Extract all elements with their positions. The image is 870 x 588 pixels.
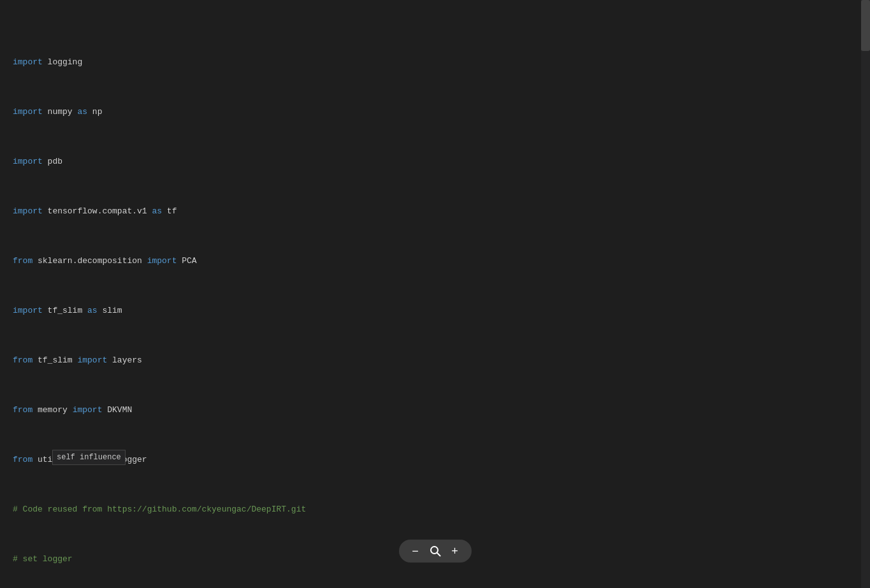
zoom-controls: − + xyxy=(399,540,472,563)
code-line-3: import pdb xyxy=(13,155,857,168)
code-line-1: import logging xyxy=(13,56,857,69)
code-line-5: from sklearn.decomposition import PCA xyxy=(13,255,857,268)
zoom-in-button[interactable]: + xyxy=(447,543,463,559)
code-line-8: from memory import DKVMN xyxy=(13,404,857,417)
scrollbar-thumb[interactable] xyxy=(861,0,870,51)
zoom-out-button[interactable]: − xyxy=(408,543,423,559)
code-line-2: import numpy as np xyxy=(13,106,857,118)
code-line-10: # Code reused from https://github.com/ck… xyxy=(13,503,857,516)
zoom-search-icon xyxy=(430,545,441,557)
code-line-6: import tf_slim as slim xyxy=(13,305,857,317)
scrollbar-track[interactable] xyxy=(861,0,870,588)
code-editor: import logging import numpy as np import… xyxy=(0,0,870,588)
svg-line-1 xyxy=(437,553,440,556)
code-line-9: from utils import getLogger xyxy=(13,454,857,466)
code-line-4: import tensorflow.compat.v1 as tf xyxy=(13,205,857,218)
code-line-7: from tf_slim import layers xyxy=(13,354,857,367)
